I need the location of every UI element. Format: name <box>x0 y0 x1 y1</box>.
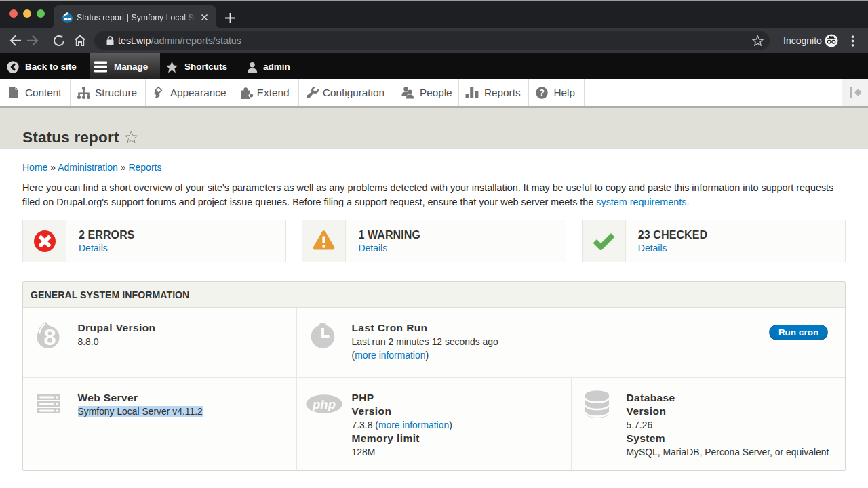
svg-text:?: ? <box>540 88 545 98</box>
svg-text:php: php <box>312 397 336 411</box>
svg-text:8: 8 <box>43 325 56 348</box>
